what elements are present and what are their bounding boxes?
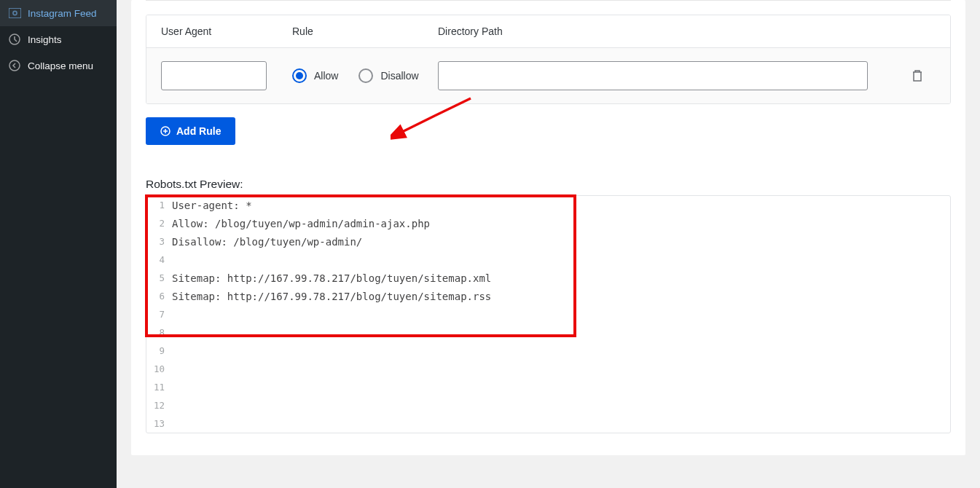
- line-content: User-agent: *: [172, 200, 252, 211]
- sidebar-item-label: Collapse menu: [28, 60, 93, 71]
- code-line: 7: [146, 305, 950, 323]
- line-number: 9: [146, 345, 172, 356]
- line-number: 1: [146, 200, 172, 210]
- line-number: 11: [146, 382, 172, 393]
- svg-point-1: [12, 11, 16, 15]
- line-number: 5: [146, 272, 172, 283]
- sidebar-item-insights[interactable]: Insights: [0, 26, 117, 52]
- radio-disallow[interactable]: Disallow: [358, 68, 418, 83]
- line-number: 12: [146, 400, 172, 411]
- delete-rule-button[interactable]: [906, 65, 928, 87]
- directory-path-input[interactable]: [438, 61, 868, 90]
- line-number: 8: [146, 327, 172, 338]
- line-number: 4: [146, 254, 172, 265]
- line-content: Sitemap: http://167.99.78.217/blog/tuyen…: [172, 272, 491, 284]
- add-rule-label: Add Rule: [176, 125, 221, 137]
- code-line: 3Disallow: /blog/tuyen/wp-admin/: [146, 232, 950, 251]
- line-number: 2: [146, 218, 172, 229]
- column-header-rule: Rule: [292, 25, 438, 37]
- line-number: 7: [146, 309, 172, 320]
- code-line: 9: [146, 342, 950, 360]
- code-line: 12: [146, 396, 950, 414]
- svg-point-3: [9, 60, 20, 71]
- radio-allow-indicator: [292, 68, 307, 83]
- code-line: 11: [146, 378, 950, 396]
- code-line: 1User-agent: *: [146, 196, 950, 214]
- svg-rect-0: [9, 8, 21, 18]
- add-rule-button[interactable]: Add Rule: [146, 117, 235, 145]
- settings-card: User Agent Rule Directory Path Allow: [131, 0, 965, 455]
- sidebar-item-label: Instagram Feed: [28, 8, 97, 19]
- column-header-user-agent: User Agent: [161, 25, 292, 37]
- trash-icon: [912, 69, 923, 82]
- code-line: 10: [146, 360, 950, 378]
- code-line: 8: [146, 323, 950, 342]
- code-line: 5Sitemap: http://167.99.78.217/blog/tuye…: [146, 269, 950, 287]
- code-line: 6Sitemap: http://167.99.78.217/blog/tuye…: [146, 287, 950, 305]
- line-number: 10: [146, 363, 172, 374]
- radio-disallow-label: Disallow: [380, 70, 418, 82]
- radio-allow[interactable]: Allow: [292, 68, 338, 83]
- line-number: 3: [146, 236, 172, 247]
- column-header-directory-path: Directory Path: [438, 25, 906, 37]
- collapse-icon: [7, 58, 22, 73]
- code-line: 2Allow: /blog/tuyen/wp-admin/admin-ajax.…: [146, 214, 950, 232]
- preview-label: Robots.txt Preview:: [146, 178, 951, 191]
- divider: [146, 0, 951, 15]
- plus-circle-icon: [160, 126, 170, 136]
- main-content: User Agent Rule Directory Path Allow: [117, 0, 980, 488]
- admin-sidebar: Instagram Feed Insights Collapse menu: [0, 0, 117, 488]
- line-content: Sitemap: http://167.99.78.217/blog/tuyen…: [172, 291, 491, 302]
- rule-radio-group: Allow Disallow: [292, 68, 438, 83]
- user-agent-input[interactable]: [161, 61, 267, 90]
- annotation-arrow: [391, 95, 478, 150]
- rules-table-row: Allow Disallow: [146, 47, 950, 103]
- code-line: 4: [146, 251, 950, 269]
- sidebar-item-label: Insights: [28, 34, 62, 45]
- line-number: 13: [146, 418, 172, 429]
- robots-preview-editor[interactable]: 1User-agent: *2Allow: /blog/tuyen/wp-adm…: [146, 195, 951, 433]
- rules-table: User Agent Rule Directory Path Allow: [146, 15, 951, 104]
- rules-table-header: User Agent Rule Directory Path: [146, 15, 950, 47]
- sidebar-item-collapse-menu[interactable]: Collapse menu: [0, 52, 117, 79]
- insights-icon: [7, 32, 22, 47]
- radio-disallow-indicator: [358, 68, 373, 83]
- code-line: 13: [146, 414, 950, 433]
- radio-allow-label: Allow: [314, 70, 338, 82]
- instagram-icon: [7, 6, 22, 20]
- line-content: Disallow: /blog/tuyen/wp-admin/: [172, 236, 362, 248]
- line-content: Allow: /blog/tuyen/wp-admin/admin-ajax.p…: [172, 218, 430, 229]
- sidebar-item-instagram-feed[interactable]: Instagram Feed: [0, 0, 117, 26]
- line-number: 6: [146, 291, 172, 302]
